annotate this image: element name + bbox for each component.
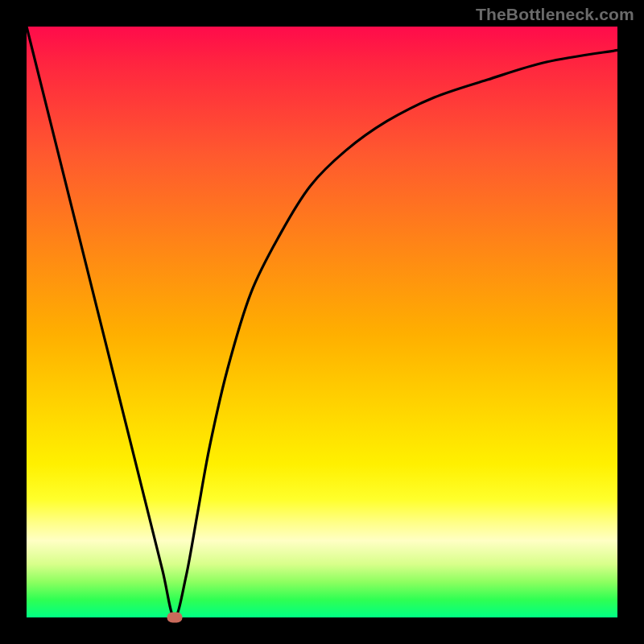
- plot-area: [27, 27, 617, 617]
- optimum-marker: [167, 613, 182, 623]
- curve-path: [27, 27, 617, 617]
- watermark-text: TheBottleneck.com: [476, 5, 634, 24]
- bottleneck-curve: [27, 27, 617, 617]
- chart-frame: TheBottleneck.com: [0, 0, 644, 644]
